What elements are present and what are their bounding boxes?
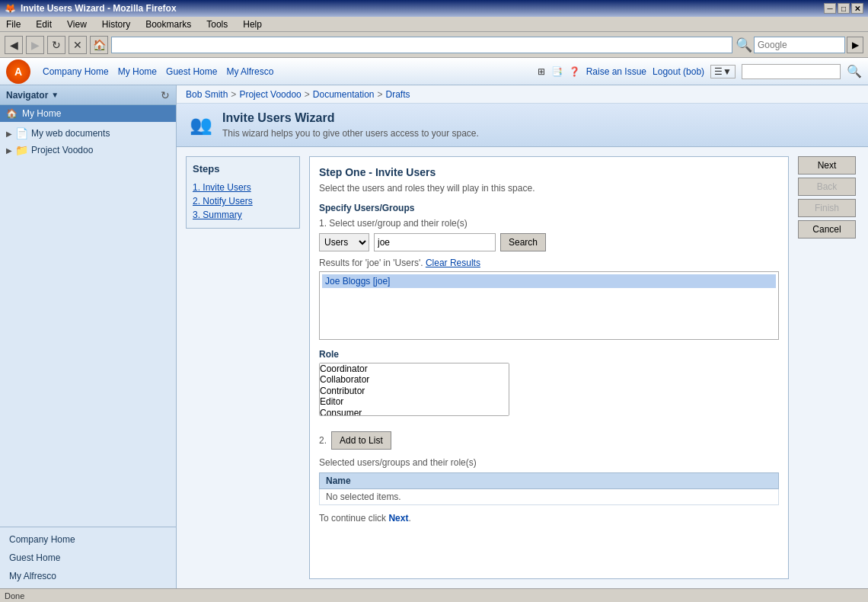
header-search-input[interactable] bbox=[742, 64, 841, 79]
user-type-select[interactable]: Users Groups bbox=[319, 233, 369, 251]
stop-button[interactable]: ✕ bbox=[69, 36, 87, 54]
sidebar-item-project-voodoo[interactable]: ▶ 📁 Project Voodoo bbox=[0, 142, 176, 159]
menu-item-bookmarks[interactable]: Bookmarks bbox=[142, 18, 194, 30]
sidebar-tree: ▶ 📄 My web documents ▶ 📁 Project Voodoo bbox=[0, 122, 176, 162]
sidebar-footer-my-alfresco[interactable]: My Alfresco bbox=[0, 567, 176, 585]
view-options[interactable]: ☰▼ bbox=[710, 65, 736, 78]
selected-table: Name No selected items. bbox=[319, 472, 779, 505]
cancel-button[interactable]: Cancel bbox=[798, 220, 856, 239]
table-row-empty: No selected items. bbox=[320, 489, 779, 505]
add-to-list-button[interactable]: Add to List bbox=[331, 431, 391, 450]
results-label: Results for 'joe' in 'Users'. Clear Resu… bbox=[319, 258, 779, 268]
raise-issue-link[interactable]: Raise an Issue bbox=[586, 66, 646, 77]
back-button[interactable]: Back bbox=[798, 178, 856, 196]
specify-label: Specify Users/Groups bbox=[319, 203, 779, 213]
collaborator-option: Collaborator bbox=[320, 374, 509, 385]
breadcrumb-documentation[interactable]: Documentation bbox=[313, 89, 375, 100]
menu-item-edit[interactable]: Edit bbox=[33, 18, 55, 30]
header-nav-my-alfresco[interactable]: My Alfresco bbox=[226, 66, 273, 77]
search-row: Users Groups Search bbox=[319, 233, 779, 251]
home-button[interactable]: 🏠 bbox=[90, 36, 108, 54]
continue-label: To continue click Next. bbox=[319, 513, 779, 524]
document-icon: 📄 bbox=[15, 127, 28, 139]
finish-button[interactable]: Finish bbox=[798, 199, 856, 217]
browser-search-input[interactable] bbox=[754, 37, 845, 53]
sidebar-footer-company-home[interactable]: Company Home bbox=[0, 530, 176, 549]
header-search-icon[interactable]: 🔍 bbox=[847, 64, 862, 78]
sidebar-item-my-web-documents[interactable]: ▶ 📄 My web documents bbox=[0, 125, 176, 142]
navigator-dropdown-icon: ▼ bbox=[51, 91, 59, 99]
add-to-list-row: 2. Add to List bbox=[319, 431, 779, 450]
menu-item-file[interactable]: File bbox=[3, 18, 24, 30]
header-nav-guest-home[interactable]: Guest Home bbox=[166, 66, 217, 77]
coordinator-option: Coordinator bbox=[320, 363, 509, 374]
search-button[interactable]: Search bbox=[500, 233, 546, 251]
clear-results-link[interactable]: Clear Results bbox=[426, 258, 480, 268]
no-items-cell: No selected items. bbox=[320, 489, 779, 505]
status-text: Done bbox=[5, 591, 24, 600]
next-link[interactable]: Next bbox=[388, 513, 408, 524]
wizard-icon: 👥 bbox=[187, 111, 215, 139]
sidebar: Navigator ▼ ↻ 🏠 My Home ▶ 📄 My web docum… bbox=[0, 85, 177, 588]
breadcrumb-drafts[interactable]: Drafts bbox=[386, 89, 410, 100]
search-input[interactable] bbox=[374, 233, 496, 251]
help-icon[interactable]: ❓ bbox=[569, 66, 580, 77]
result-item-joe[interactable]: Joe Bloggs [joe] bbox=[322, 274, 776, 288]
bookmarks-icon[interactable]: 📑 bbox=[551, 66, 563, 77]
step-notify-users[interactable]: 2. Notify Users bbox=[193, 194, 293, 208]
home-icon: 🏠 bbox=[6, 108, 18, 119]
results-list[interactable]: Joe Bloggs [joe] bbox=[319, 271, 779, 340]
name-column-header: Name bbox=[320, 473, 779, 489]
titlebar-left: 🦊 Invite Users Wizard - Mozilla Firefox bbox=[5, 3, 177, 14]
header-nav-my-home[interactable]: My Home bbox=[118, 66, 157, 77]
wizard-actions: Next Back Finish Cancel bbox=[798, 156, 859, 579]
browser-search-button[interactable]: ▶ bbox=[847, 37, 863, 53]
logout-link[interactable]: Logout (bob) bbox=[653, 66, 704, 77]
step-number-2: 2. bbox=[319, 435, 327, 446]
tree-arrow-icon-2: ▶ bbox=[6, 146, 12, 155]
back-button[interactable]: ◀ bbox=[5, 36, 23, 54]
breadcrumb-bob-smith[interactable]: Bob Smith bbox=[186, 89, 228, 100]
next-button[interactable]: Next bbox=[798, 156, 856, 175]
address-bar[interactable]: http://localhost:8080/alfresco/faces/jsp… bbox=[111, 37, 732, 53]
minimize-button[interactable]: ─ bbox=[824, 3, 836, 14]
editor-option: Editor bbox=[320, 396, 509, 407]
steps-title: Steps bbox=[193, 163, 293, 175]
menu-item-tools[interactable]: Tools bbox=[203, 18, 231, 30]
close-button[interactable]: ✕ bbox=[851, 3, 863, 14]
navigator-bar: Navigator ▼ ↻ bbox=[0, 85, 176, 105]
wizard-body: Steps 1. Invite Users 2. Notify Users 3.… bbox=[177, 147, 868, 588]
titlebar-controls: ─ □ ✕ bbox=[824, 3, 863, 14]
navigator-refresh-icon[interactable]: ↻ bbox=[161, 89, 170, 101]
role-select[interactable]: Coordinator Collaborator Contributor Edi… bbox=[319, 363, 509, 416]
selected-label: Selected users/groups and their role(s) bbox=[319, 457, 779, 468]
menu-item-help[interactable]: Help bbox=[240, 18, 265, 30]
menubar: FileEditViewHistoryBookmarksToolsHelp bbox=[0, 17, 868, 32]
step-one-description: Select the users and roles they will pla… bbox=[319, 183, 779, 194]
header-right: ⊞ 📑 ❓ Raise an Issue Logout (bob) ☰▼ 🔍 bbox=[538, 64, 862, 79]
step-one-title: Step One - Invite Users bbox=[319, 166, 779, 178]
wizard-description: This wizard helps you to give other user… bbox=[222, 128, 479, 139]
menu-item-history[interactable]: History bbox=[99, 18, 133, 30]
breadcrumb: Bob Smith > Project Voodoo > Documentati… bbox=[177, 85, 868, 104]
titlebar: 🦊 Invite Users Wizard - Mozilla Firefox … bbox=[0, 0, 868, 17]
grid-icon[interactable]: ⊞ bbox=[538, 66, 545, 77]
forward-button[interactable]: ▶ bbox=[26, 36, 44, 54]
reload-button[interactable]: ↻ bbox=[47, 36, 65, 54]
header-nav: Company Home My Home Guest Home My Alfre… bbox=[43, 66, 525, 77]
step-invite-users[interactable]: 1. Invite Users bbox=[193, 181, 293, 194]
statusbar: Done bbox=[0, 588, 868, 602]
maximize-button[interactable]: □ bbox=[838, 3, 850, 14]
breadcrumb-sep-1: > bbox=[231, 89, 236, 100]
step-summary[interactable]: 3. Summary bbox=[193, 208, 293, 222]
sidebar-item-my-home[interactable]: 🏠 My Home bbox=[0, 105, 176, 122]
sidebar-footer-guest-home[interactable]: Guest Home bbox=[0, 549, 176, 567]
tree-arrow-icon: ▶ bbox=[6, 130, 12, 138]
navigator-title[interactable]: Navigator ▼ bbox=[6, 90, 59, 101]
breadcrumb-project-voodoo[interactable]: Project Voodoo bbox=[239, 89, 301, 100]
search-engine: 🔍 ▶ bbox=[736, 37, 863, 53]
header-nav-company-home[interactable]: Company Home bbox=[43, 66, 109, 77]
menu-item-view[interactable]: View bbox=[64, 18, 90, 30]
contributor-option: Contributor bbox=[320, 386, 509, 396]
main-layout: Navigator ▼ ↻ 🏠 My Home ▶ 📄 My web docum… bbox=[0, 85, 868, 588]
